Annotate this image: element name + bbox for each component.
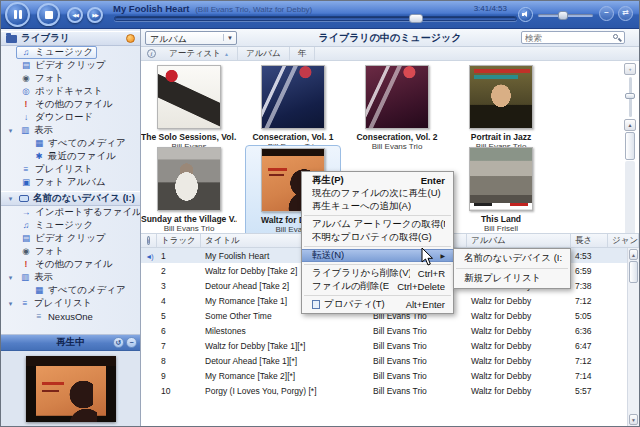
table-row[interactable]: 8Detour Ahead [Take 1][*]Bill Evans Trio… xyxy=(141,353,639,368)
info-icon[interactable]: i xyxy=(147,49,156,58)
stop-button[interactable] xyxy=(37,3,60,26)
album-artist: Bill Evans Trio xyxy=(349,142,445,151)
sort-column-アーティスト[interactable]: アーティスト▲ xyxy=(161,47,238,60)
track-artist: Bill Evans Trio xyxy=(369,326,467,336)
chevron-down-icon[interactable]: ▾ xyxy=(6,195,15,203)
scroll-down-icon[interactable]: ▼ xyxy=(629,414,638,425)
fast-forward-button[interactable]: ▶▶ xyxy=(87,7,103,23)
album-item[interactable]: Portrait in JazzBill Evans Trio xyxy=(453,63,549,151)
menu-item-label: 転送(N) xyxy=(312,249,344,262)
sidebar-item[interactable]: ▾▥表示 xyxy=(1,271,140,284)
track-length: 5:05 xyxy=(571,311,608,321)
track-album: Waltz for Debby xyxy=(467,371,571,381)
sidebar-item-label: ポッドキャスト xyxy=(35,85,103,98)
scroll-up-icon[interactable]: ▲ xyxy=(624,119,636,131)
chevron-down-icon[interactable]: ▾ xyxy=(6,300,15,308)
sidebar-item[interactable]: !その他のファイル xyxy=(1,98,140,111)
sort-column-年[interactable]: 年 xyxy=(290,47,316,60)
sidebar-item[interactable]: ♫ミュージック xyxy=(1,46,140,59)
minimize-button[interactable]: − xyxy=(599,6,614,21)
sidebar-item[interactable]: ↓ダウンロード xyxy=(1,111,140,124)
column-track[interactable]: トラック xyxy=(157,234,201,247)
menu-item[interactable]: 再生(P)Enter xyxy=(302,174,453,187)
sidebar-item[interactable]: ◉フォト xyxy=(1,245,140,258)
sidebar-item[interactable]: ♫ミュージック xyxy=(1,219,140,232)
sidebar-item[interactable]: ▤ビデオ クリップ xyxy=(1,59,140,72)
pause-button[interactable] xyxy=(5,2,30,27)
menu-item[interactable]: 再生キューへの追加(A) xyxy=(302,200,453,213)
sidebar-item[interactable]: ▤ビデオ クリップ xyxy=(1,232,140,245)
sidebar-item[interactable]: ▦すべてのメディア xyxy=(1,284,140,297)
sidebar-item[interactable]: ≡プレイリスト xyxy=(1,163,140,176)
track-album: Waltz for Debby xyxy=(467,326,571,336)
library-section-header[interactable]: ライブラリ xyxy=(1,31,140,46)
volume-thumb[interactable] xyxy=(558,11,568,20)
compact-mode-button[interactable]: ⇄ xyxy=(618,6,633,21)
track-album: Waltz for Debby xyxy=(467,386,571,396)
menu-item-label: ライブラリから削除(V) xyxy=(312,267,410,280)
album-art xyxy=(157,147,221,211)
menu-shortcut: Ctrl+R xyxy=(410,268,445,279)
sidebar-item[interactable]: ▾▥表示 xyxy=(1,124,140,137)
seek-thumb[interactable] xyxy=(409,14,423,23)
album-title: This Land xyxy=(453,214,549,224)
sidebar-item[interactable]: ✱最近のファイル xyxy=(1,150,140,163)
column-genre[interactable]: ジャンル xyxy=(608,234,639,247)
menu-item[interactable]: アルバム アートワークの取得(M) xyxy=(302,218,453,231)
column-length[interactable]: 長さ xyxy=(571,234,608,247)
rewind-button[interactable]: ◀◀ xyxy=(67,7,83,23)
menu-shortcut: Enter xyxy=(413,175,445,186)
mute-button[interactable] xyxy=(518,7,533,22)
zoom-in-icon[interactable]: ＋ xyxy=(624,63,636,75)
seek-bar[interactable] xyxy=(114,16,517,21)
sidebar-item[interactable]: ▦すべてのメディア xyxy=(1,137,140,150)
menu-item[interactable]: 新規プレイリスト xyxy=(454,271,570,286)
menu-item[interactable]: ファイルの削除(E)Ctrl+Delete xyxy=(302,280,453,293)
grid-scroll-thumb[interactable] xyxy=(625,132,635,160)
sync-icon[interactable] xyxy=(126,34,135,43)
menu-item[interactable]: 不明なプロパティの取得(G) xyxy=(302,231,453,244)
menu-separator xyxy=(304,215,451,216)
grid-scrollbar: ＋ ▲ ▼ xyxy=(623,63,637,261)
search-icon[interactable] xyxy=(613,34,621,42)
table-row[interactable]: 9My Romance [Take 2][*]Bill Evans TrioWa… xyxy=(141,368,639,383)
album-item[interactable]: Consecration, Vol. 2Bill Evans Trio xyxy=(349,63,445,151)
album-item[interactable]: The Solo Sessions, Vol. 1Bill Evans xyxy=(141,63,237,151)
table-scroll-thumb[interactable] xyxy=(629,261,638,283)
search-input[interactable] xyxy=(525,32,609,43)
album-item[interactable]: This LandBill Frisell xyxy=(453,145,549,233)
menu-item[interactable]: プロパティ(T)Alt+Enter xyxy=(302,298,453,311)
sidebar-item[interactable]: ◉フォト xyxy=(1,72,140,85)
column-status[interactable]: i xyxy=(141,234,157,247)
scroll-up-icon[interactable]: ▲ xyxy=(629,249,638,260)
sidebar-item[interactable]: ◎ポッドキャスト xyxy=(1,85,140,98)
track-artist: Bill Evans Trio xyxy=(369,356,467,366)
now-playing-header-label: 再生中 xyxy=(56,336,85,349)
menu-item[interactable]: 名前のないデバイス (I:) xyxy=(454,251,570,266)
sidebar-item[interactable]: ≡NexusOne xyxy=(1,310,140,323)
menu-item[interactable]: 現在のファイルの次に再生(U) xyxy=(302,187,453,200)
table-scrollbar: ▲ ▼ xyxy=(627,248,639,426)
table-row[interactable]: 6MilestonesBill Evans TrioWaltz for Debb… xyxy=(141,323,639,338)
undock-icon[interactable]: ↺ xyxy=(113,337,124,348)
thumbnail-size-slider[interactable] xyxy=(629,77,632,117)
chevron-down-icon[interactable]: ▾ xyxy=(6,274,15,282)
table-row[interactable]: 7Waltz for Debby [Take 1][*]Bill Evans T… xyxy=(141,338,639,353)
volume-slider[interactable] xyxy=(538,14,593,17)
view-dropdown[interactable]: アルバム ▼ xyxy=(145,31,237,45)
sidebar-item[interactable]: →インポートするファイル xyxy=(1,206,140,219)
view-icon: ▥ xyxy=(19,273,31,282)
chevron-down-icon[interactable]: ▾ xyxy=(6,127,15,135)
device-section-header[interactable]: ▾ 名前のないデバイス (I:) xyxy=(1,191,140,206)
menu-item[interactable]: ライブラリから削除(V)Ctrl+R xyxy=(302,267,453,280)
collapse-icon[interactable]: − xyxy=(126,337,137,348)
column-album[interactable]: アルバム xyxy=(467,234,571,247)
album-item[interactable]: Consecration, Vol. 1Bill Evans Trio xyxy=(245,63,341,151)
sidebar-item[interactable]: !その他のファイル xyxy=(1,258,140,271)
sort-column-アルバム[interactable]: アルバム xyxy=(238,47,290,60)
size-slider-thumb[interactable] xyxy=(625,93,635,99)
album-item[interactable]: Sunday at the Village V...Bill Evans Tri… xyxy=(141,145,237,233)
sidebar-item[interactable]: ▾≡プレイリスト xyxy=(1,297,140,310)
sidebar-item[interactable]: ▣フォト アルバム xyxy=(1,176,140,189)
table-row[interactable]: 10Porgy (I Loves You, Porgy) [*]Bill Eva… xyxy=(141,383,639,398)
